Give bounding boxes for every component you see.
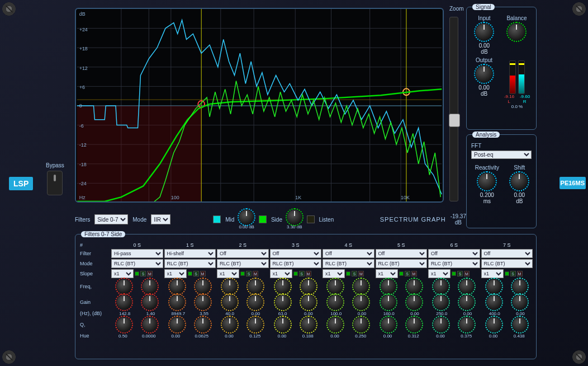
- mute-button-3[interactable]: M: [306, 271, 311, 276]
- filter-type-0[interactable]: Hi-pass: [111, 249, 163, 258]
- freq-knob2-3[interactable]: [276, 295, 290, 309]
- freq-knob-2[interactable]: [222, 279, 237, 294]
- filter-mode-4[interactable]: RLC (BT): [323, 259, 374, 268]
- filter-type-4[interactable]: Off: [323, 249, 374, 258]
- freq-knob-5[interactable]: [381, 279, 396, 294]
- solo-button-0[interactable]: S: [140, 271, 146, 276]
- side-knob[interactable]: [287, 210, 302, 224]
- spectrum-graph[interactable]: dB +24 +18 +12 +6 0 -6 -12 -18 -24 Hz 10…: [75, 8, 444, 203]
- filter-mode-3[interactable]: RLC (BT): [270, 259, 322, 268]
- filter-slope-3[interactable]: x1: [270, 269, 292, 278]
- solo-button-7[interactable]: S: [510, 271, 516, 276]
- mute-button-1[interactable]: M: [200, 271, 206, 276]
- q-knob-3[interactable]: [276, 317, 290, 332]
- gain-knob-4[interactable]: [354, 279, 368, 294]
- hue-knob-3[interactable]: [301, 317, 316, 332]
- mute-button-2[interactable]: M: [253, 271, 258, 276]
- freq-knob2-6[interactable]: [434, 295, 448, 309]
- hue-knob-7[interactable]: [513, 317, 527, 332]
- filter-slope-0[interactable]: x1: [111, 269, 134, 278]
- q-knob-5[interactable]: [381, 317, 396, 332]
- gain-knob-1[interactable]: [196, 279, 210, 294]
- filter-type-1[interactable]: Hi-shelf: [164, 249, 216, 258]
- solo-button-4[interactable]: S: [352, 271, 357, 276]
- gain-knob2-2[interactable]: [248, 295, 263, 309]
- gain-knob2-1[interactable]: [196, 295, 210, 309]
- q-knob-0[interactable]: [117, 317, 131, 332]
- filter-led-3[interactable]: [293, 271, 298, 276]
- freq-knob-6[interactable]: [434, 279, 448, 294]
- hue-knob-4[interactable]: [354, 317, 368, 332]
- q-knob-4[interactable]: [328, 317, 343, 332]
- output-knob[interactable]: [476, 65, 492, 82]
- gain-knob-2[interactable]: [248, 279, 263, 294]
- filter-slope-1[interactable]: x1: [164, 269, 187, 278]
- q-knob-1[interactable]: [170, 317, 184, 332]
- balance-knob[interactable]: [508, 24, 525, 40]
- freq-knob2-2[interactable]: [222, 295, 237, 309]
- gain-knob2-5[interactable]: [407, 295, 421, 309]
- bypass-switch[interactable]: [47, 171, 63, 195]
- filter-type-2[interactable]: Off: [217, 249, 269, 258]
- filter-mode-1[interactable]: RLC (BT): [164, 259, 216, 268]
- fft-select[interactable]: Post-eq: [471, 151, 532, 159]
- filter-type-7[interactable]: Off: [481, 249, 533, 258]
- solo-button-2[interactable]: S: [246, 271, 252, 276]
- freq-knob2-4[interactable]: [328, 295, 343, 309]
- freq-knob-7[interactable]: [487, 279, 501, 294]
- gain-knob-0[interactable]: [143, 279, 157, 294]
- filter-type-6[interactable]: Off: [428, 249, 480, 258]
- q-knob-6[interactable]: [434, 317, 448, 332]
- mute-button-6[interactable]: M: [464, 271, 470, 276]
- gain-knob2-7[interactable]: [513, 295, 527, 309]
- filter-mode-7[interactable]: RLC (BT): [481, 259, 533, 268]
- filter-mode-6[interactable]: RLC (BT): [428, 259, 480, 268]
- freq-knob2-0[interactable]: [117, 295, 131, 309]
- freq-knob-1[interactable]: [170, 279, 184, 294]
- hue-knob-1[interactable]: [196, 317, 210, 332]
- gain-knob2-3[interactable]: [301, 295, 316, 309]
- filter-mode-5[interactable]: RLC (BT): [376, 259, 428, 268]
- side-led[interactable]: [259, 215, 267, 223]
- filter-slope-2[interactable]: x1: [217, 269, 239, 278]
- solo-button-1[interactable]: S: [193, 271, 199, 276]
- hue-knob-2[interactable]: [248, 317, 263, 332]
- mute-button-5[interactable]: M: [411, 271, 417, 276]
- filter-led-7[interactable]: [505, 271, 509, 276]
- freq-knob-4[interactable]: [328, 279, 343, 294]
- filter-slope-4[interactable]: x1: [323, 269, 345, 278]
- gain-knob-7[interactable]: [513, 279, 527, 294]
- filter-mode-2[interactable]: RLC (BT): [217, 259, 269, 268]
- solo-button-5[interactable]: S: [405, 271, 410, 276]
- mute-button-4[interactable]: M: [358, 271, 364, 276]
- filter-led-4[interactable]: [346, 271, 350, 276]
- filter-slope-7[interactable]: x1: [481, 269, 504, 278]
- mid-led[interactable]: [213, 215, 221, 223]
- filter-mode-0[interactable]: RLC (BT): [111, 259, 163, 268]
- filter-led-0[interactable]: [135, 271, 139, 276]
- q-knob-7[interactable]: [487, 317, 501, 332]
- filter-slope-5[interactable]: x1: [376, 269, 398, 278]
- gain-knob2-6[interactable]: [459, 295, 474, 309]
- listen-led[interactable]: [307, 215, 315, 223]
- zoom-slider[interactable]: [449, 17, 458, 201]
- gain-knob2-4[interactable]: [354, 295, 368, 309]
- gain-knob2-0[interactable]: [143, 295, 157, 309]
- filter-slope-6[interactable]: x1: [428, 269, 451, 278]
- freq-knob2-7[interactable]: [487, 295, 501, 309]
- filter-led-2[interactable]: [240, 271, 245, 276]
- filter-led-6[interactable]: [452, 271, 456, 276]
- solo-button-6[interactable]: S: [457, 271, 463, 276]
- gain-knob-5[interactable]: [407, 279, 421, 294]
- mid-knob[interactable]: [239, 210, 254, 224]
- solo-button-3[interactable]: S: [299, 271, 305, 276]
- mute-button-0[interactable]: M: [147, 271, 153, 276]
- filter-type-5[interactable]: Off: [376, 249, 428, 258]
- input-knob[interactable]: [476, 24, 492, 40]
- mode-select[interactable]: IIR: [151, 214, 170, 224]
- filter-led-1[interactable]: [188, 271, 192, 276]
- reactivity-knob[interactable]: [478, 173, 495, 190]
- shift-knob[interactable]: [511, 173, 528, 190]
- hue-knob-5[interactable]: [407, 317, 421, 332]
- q-knob-2[interactable]: [222, 317, 237, 332]
